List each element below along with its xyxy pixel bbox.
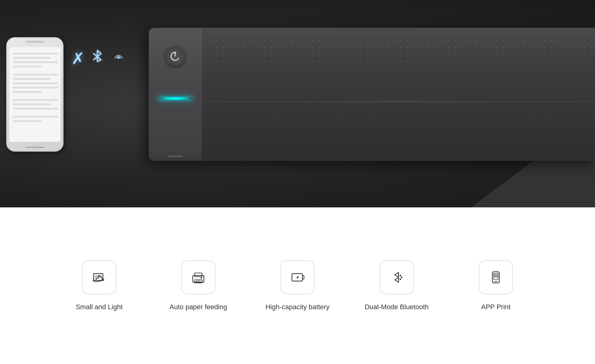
printer-led-strip xyxy=(158,97,192,100)
app-print-label: APP Print xyxy=(481,303,511,311)
printer-left-panel xyxy=(149,28,201,161)
battery-icon-box xyxy=(280,260,315,294)
svg-point-9 xyxy=(201,277,202,279)
svg-point-14 xyxy=(400,275,401,276)
auto-paper-icon xyxy=(190,269,207,286)
svg-rect-23 xyxy=(496,276,497,277)
svg-point-16 xyxy=(400,279,401,280)
printer-power-button xyxy=(165,46,185,66)
auto-paper-feeding-label: Auto paper feeding xyxy=(170,303,227,311)
signal-waves-icon xyxy=(110,50,127,67)
feature-app-print: APP Print xyxy=(462,260,530,311)
svg-rect-20 xyxy=(494,274,496,275)
feature-small-and-light: Small and Light xyxy=(65,260,133,311)
svg-rect-21 xyxy=(496,274,497,275)
app-print-icon-box xyxy=(479,260,513,294)
dual-bluetooth-icon xyxy=(388,269,405,286)
bluetooth-wireless-area: ✗ xyxy=(71,48,127,68)
dual-mode-bluetooth-label: Dual-Mode Bluetooth xyxy=(365,303,429,311)
battery-icon xyxy=(289,269,306,286)
dual-bluetooth-icon-box xyxy=(380,260,414,294)
auto-paper-icon-box xyxy=(181,260,215,294)
features-section: Small and Light Auto paper feeding xyxy=(0,207,595,364)
feature-high-capacity-battery: High-capacity battery xyxy=(263,260,332,311)
svg-rect-7 xyxy=(195,273,202,277)
printer-device xyxy=(149,28,595,161)
small-and-light-icon-box xyxy=(82,260,116,294)
printer-ventilation-dots xyxy=(202,28,595,101)
feature-dual-mode-bluetooth: Dual-Mode Bluetooth xyxy=(363,260,431,311)
phone-illustration: ⌃ ─── xyxy=(6,37,64,152)
small-and-light-label: Small and Light xyxy=(76,303,123,311)
svg-point-0 xyxy=(118,57,120,59)
svg-rect-22 xyxy=(494,276,496,277)
bluetooth-symbol: ✗ xyxy=(71,48,105,68)
small-light-icon xyxy=(90,269,108,286)
svg-point-15 xyxy=(401,277,403,278)
feature-auto-paper-feeding: Auto paper feeding xyxy=(164,260,232,311)
svg-rect-13 xyxy=(302,275,304,279)
high-capacity-battery-label: High-capacity battery xyxy=(266,303,330,311)
hero-section: ⌃ ─── ✗ xyxy=(0,0,595,207)
app-print-icon xyxy=(487,269,505,286)
printer-paper-slot xyxy=(202,101,595,102)
